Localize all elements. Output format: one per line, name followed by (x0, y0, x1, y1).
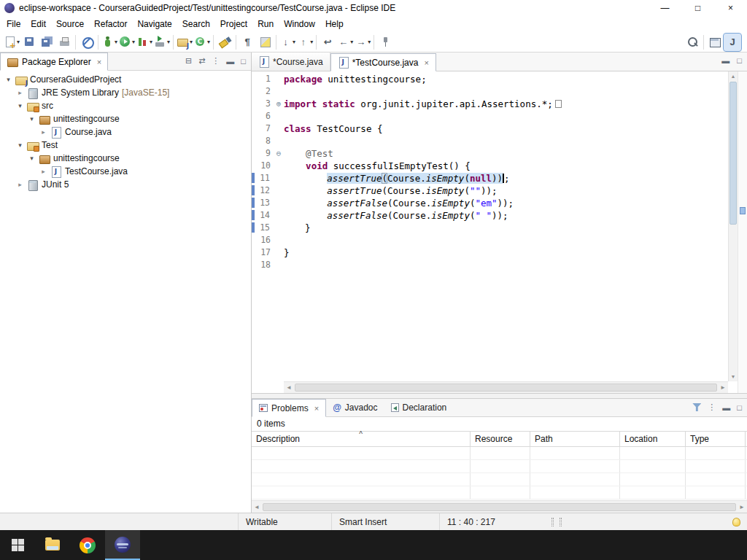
minimize-view-icon[interactable]: ▬ (226, 57, 234, 66)
minimize-view-icon[interactable]: ▬ (722, 403, 730, 412)
code-line-7[interactable]: 7class TestCourse { (252, 122, 728, 135)
scroll-left-icon[interactable]: ◄ (252, 504, 262, 510)
toolbar-new-class-button[interactable]: ▾ (193, 34, 211, 51)
code-line-16[interactable]: 16 (252, 234, 728, 246)
tab-declaration[interactable]: Declaration (384, 398, 454, 416)
tree-item-unittestingcourse[interactable]: ▾unittestingcourse (0, 112, 251, 125)
code-line-18[interactable]: 18 (252, 259, 728, 271)
line-number[interactable]: 18 (255, 259, 274, 271)
column-header-description[interactable]: Description^ (252, 432, 471, 446)
toolbar-save-all-button[interactable] (38, 34, 55, 51)
menu-help[interactable]: Help (320, 16, 349, 32)
menu-edit[interactable]: Edit (26, 16, 51, 32)
column-header-location[interactable]: Location (620, 432, 686, 446)
code-line-15[interactable]: 15 } (252, 222, 728, 234)
dropdown-caret-icon[interactable]: ▾ (17, 39, 20, 45)
table-row[interactable] (252, 486, 747, 499)
editor-tab-course-java[interactable]: *Course.java (252, 52, 330, 71)
line-number[interactable]: 6 (255, 110, 274, 122)
toolbar-next-annotation-button[interactable]: ↓▾ (279, 34, 296, 51)
scroll-right-icon[interactable]: ► (718, 384, 728, 391)
dropdown-caret-icon[interactable]: ▾ (293, 39, 295, 45)
scroll-right-icon[interactable]: ► (737, 504, 747, 510)
tree-item-unittestingcourse[interactable]: ▾unittestingcourse (0, 152, 251, 165)
line-number[interactable]: 11 (255, 172, 273, 184)
collapse-arrow-icon[interactable]: ▾ (16, 141, 24, 149)
table-row[interactable] (252, 447, 747, 460)
window-minimize-button[interactable]: — (649, 0, 681, 16)
close-icon[interactable]: × (424, 58, 428, 67)
toolbar-last-edit-location-button[interactable]: ↩ (319, 34, 336, 51)
toolbar-previous-annotation-button[interactable]: ↑▾ (296, 34, 314, 51)
toolbar-mark-occurrences-button[interactable] (256, 34, 274, 51)
collapse-arrow-icon[interactable]: ▾ (28, 155, 36, 162)
toolbar-skip-all-breakpoints-button[interactable] (78, 34, 96, 51)
line-number[interactable]: 3 (255, 98, 274, 110)
overview-ruler[interactable] (738, 71, 747, 393)
toolbar-coverage-button[interactable]: ▾ (136, 34, 153, 51)
expand-arrow-icon[interactable]: ▸ (39, 168, 47, 175)
code-line-13[interactable]: 13 assertFalse(Course.isEmpty("em")); (252, 197, 728, 209)
line-number[interactable]: 16 (255, 234, 274, 246)
horizontal-scrollbar-thumb[interactable] (295, 384, 717, 392)
menu-window[interactable]: Window (279, 16, 320, 32)
lightbulb-icon[interactable] (732, 518, 740, 526)
problems-horizontal-scrollbar[interactable]: ◄ ► (252, 500, 747, 513)
maximize-view-icon[interactable]: □ (737, 56, 742, 65)
scroll-down-icon[interactable]: ▼ (729, 372, 738, 381)
toolbar-search-button[interactable] (216, 34, 233, 51)
maximize-view-icon[interactable]: □ (241, 57, 246, 66)
dropdown-caret-icon[interactable]: ▾ (167, 39, 170, 45)
line-number[interactable]: 8 (255, 135, 274, 147)
start-button[interactable] (0, 530, 35, 560)
expand-arrow-icon[interactable]: ▸ (16, 181, 24, 188)
scroll-up-icon[interactable]: ▲ (729, 71, 738, 81)
maximize-view-icon[interactable]: □ (737, 403, 742, 412)
line-number[interactable]: 2 (255, 85, 274, 98)
toolbar-print-button[interactable] (55, 34, 73, 51)
package-explorer-tab[interactable]: Package Explorer × (0, 52, 108, 71)
collapse-arrow-icon[interactable]: ▾ (16, 102, 24, 109)
window-close-button[interactable]: × (714, 0, 747, 16)
tree-item-course-java[interactable]: ▸Course.java (0, 125, 251, 139)
toolbar-new-wizard-button[interactable]: ▾ (3, 34, 20, 51)
code-line-1[interactable]: 1package unittestingcourse; (252, 73, 728, 85)
menu-navigate[interactable]: Navigate (132, 16, 177, 32)
toolbar-pin-editor-button[interactable] (376, 34, 394, 51)
column-header-resource[interactable]: Resource (471, 432, 530, 446)
line-number[interactable]: 12 (255, 184, 273, 197)
tree-item-testcourse-java[interactable]: ▸TestCourse.java (0, 165, 251, 178)
dropdown-caret-icon[interactable]: ▾ (310, 39, 313, 45)
dropdown-caret-icon[interactable]: ▾ (150, 39, 152, 45)
collapse-arrow-icon[interactable]: ▾ (28, 115, 36, 122)
fold-collapse-icon[interactable]: ⊖ (274, 147, 284, 160)
eclipse-taskbar-button[interactable] (105, 530, 140, 560)
column-header-path[interactable]: Path (530, 432, 620, 446)
code-line-6[interactable]: 6 (252, 110, 728, 122)
dropdown-caret-icon[interactable]: ▾ (190, 39, 193, 45)
toolbar-find-actions-button[interactable] (684, 34, 701, 51)
dropdown-caret-icon[interactable]: ▾ (350, 39, 353, 45)
collapse-all-icon[interactable]: ⊟ (185, 56, 192, 66)
horizontal-scrollbar-thumb[interactable] (263, 503, 736, 511)
fold-expand-icon[interactable]: ⊕ (274, 98, 284, 110)
toolbar-run-button[interactable]: ▾ (118, 34, 136, 51)
line-number[interactable]: 15 (255, 222, 273, 234)
code-line-12[interactable]: 12 assertTrue(Course.isEmpty("")); (252, 184, 728, 197)
menu-run[interactable]: Run (252, 16, 279, 32)
expand-arrow-icon[interactable]: ▸ (16, 89, 24, 96)
toolbar-open-perspective-button[interactable] (706, 34, 724, 51)
tree-item-courseraguidedproject[interactable]: ▾CourseraGuidedProject (0, 73, 251, 86)
code-line-17[interactable]: 17} (252, 246, 728, 259)
view-menu-icon[interactable]: ⋮ (708, 402, 716, 412)
code-line-11[interactable]: 11 assertTrue(Course.isEmpty(null)); (252, 172, 728, 184)
code-line-3[interactable]: 3⊕import static org.junit.jupiter.api.As… (252, 98, 728, 110)
dropdown-caret-icon[interactable]: ▾ (207, 39, 210, 45)
line-number[interactable]: 13 (255, 197, 273, 209)
line-number[interactable]: 9 (255, 147, 274, 160)
line-number[interactable]: 1 (255, 73, 274, 85)
line-number[interactable]: 7 (255, 122, 274, 135)
editor-vertical-scrollbar[interactable]: ▲ ▼ (728, 71, 738, 381)
code-line-14[interactable]: 14 assertFalse(Course.isEmpty(" ")); (252, 209, 728, 222)
toolbar-new-java-project-button[interactable]: ▾ (176, 34, 193, 51)
